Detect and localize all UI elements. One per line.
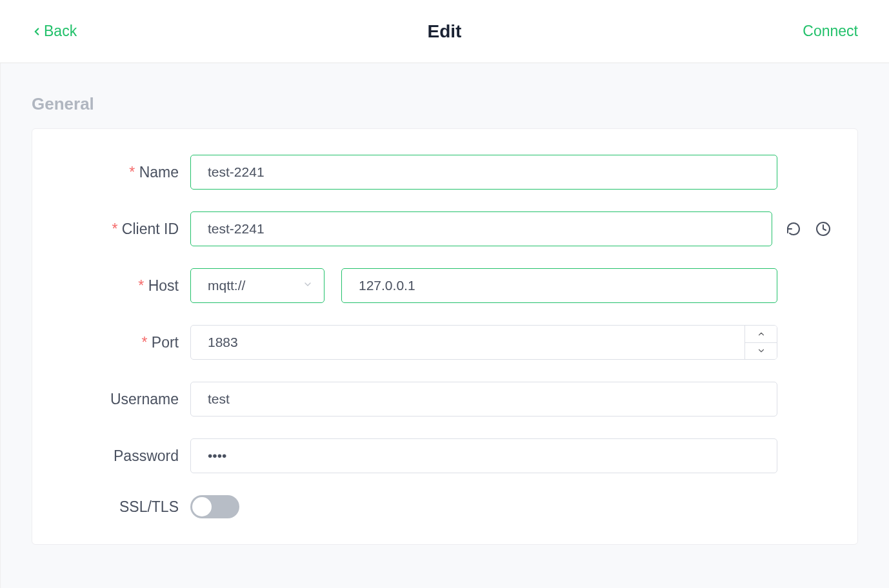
host-input[interactable]: [341, 268, 777, 303]
password-input[interactable]: [190, 438, 777, 473]
label-host: Host: [58, 277, 190, 295]
chevron-left-icon: [31, 26, 43, 37]
form-panel: Name Client ID Host: [32, 128, 858, 545]
row-ssl: SSL/TLS: [58, 495, 832, 518]
port-input[interactable]: [190, 325, 777, 360]
section-title-general: General: [32, 94, 889, 114]
content-area: General Name Client ID Host: [0, 63, 889, 588]
port-step-up[interactable]: [745, 326, 777, 343]
label-username: Username: [58, 391, 190, 408]
toggle-knob: [192, 497, 212, 516]
row-password: Password: [58, 438, 832, 473]
chevron-up-icon: [757, 329, 766, 338]
protocol-select[interactable]: [190, 268, 325, 303]
back-button[interactable]: Back: [31, 23, 77, 40]
clock-icon: [815, 221, 831, 237]
refresh-client-id-button[interactable]: [785, 220, 802, 237]
client-id-history-button[interactable]: [815, 220, 832, 237]
row-name: Name: [58, 155, 832, 190]
row-host: Host: [58, 268, 832, 303]
ssl-toggle[interactable]: [190, 495, 239, 518]
row-client-id: Client ID: [58, 211, 832, 246]
refresh-icon: [786, 221, 801, 237]
client-id-input[interactable]: [190, 211, 772, 246]
header-bar: Back Edit Connect: [0, 0, 889, 63]
label-port: Port: [58, 334, 190, 351]
port-steppers: [744, 326, 777, 359]
label-ssl: SSL/TLS: [58, 498, 190, 516]
page-title: Edit: [428, 21, 462, 42]
row-username: Username: [58, 382, 832, 416]
name-input[interactable]: [190, 155, 777, 190]
protocol-select-wrap: [190, 268, 325, 303]
back-label: Back: [44, 23, 77, 40]
connect-button[interactable]: Connect: [803, 23, 858, 40]
row-port: Port: [58, 325, 832, 360]
chevron-down-icon: [757, 346, 766, 355]
label-client-id: Client ID: [58, 220, 190, 238]
label-password: Password: [58, 447, 190, 465]
port-step-down[interactable]: [745, 343, 777, 360]
username-input[interactable]: [190, 382, 777, 416]
label-name: Name: [58, 164, 190, 181]
